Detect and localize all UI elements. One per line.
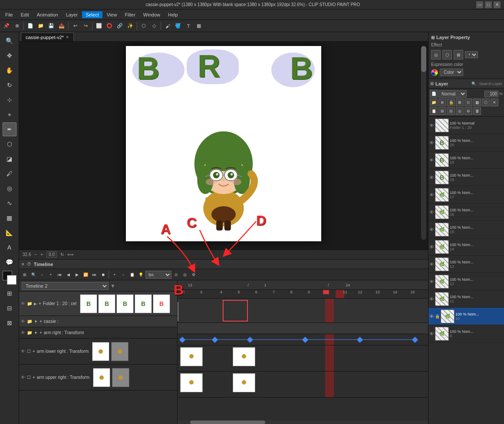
layer-eye-18[interactable]: 👁 — [429, 175, 434, 180]
toolbar-select-circle[interactable]: ⭕ — [105, 21, 114, 31]
toolbar-redo[interactable]: ↪ — [81, 21, 90, 31]
track-expand[interactable]: ▶ — [34, 302, 37, 306]
tl-prev[interactable]: ◀ — [64, 271, 72, 279]
layer-item-11[interactable]: 👁 🌿 100 % Nom... 11 — [428, 290, 504, 308]
track-arm-add[interactable]: + — [40, 330, 42, 335]
layer-btn-2[interactable]: ⊕ — [438, 99, 446, 106]
layer-btn-1[interactable]: 📁 — [430, 99, 438, 106]
tl-first[interactable]: ⏮ — [56, 271, 63, 279]
tool-zoom[interactable]: 🔍 — [3, 34, 16, 48]
layer-btn-4[interactable]: ⊠ — [456, 99, 464, 106]
menu-animation[interactable]: Animation — [33, 11, 62, 18]
layer-item-19[interactable]: 👁 B 100 % Nom... 19 — [428, 151, 504, 169]
toolbar-select-lasso[interactable]: 🔗 — [115, 21, 125, 31]
track-eye-cassie[interactable]: 👁 — [21, 319, 25, 324]
layer-item-14[interactable]: 👁 🌿 100 % Nom... 14 — [428, 238, 504, 256]
layer-eye-12[interactable]: 👁 — [429, 279, 434, 284]
menu-window[interactable]: Window — [140, 11, 164, 18]
toolbar-save[interactable]: 💾 — [46, 21, 56, 31]
tl-btn-2[interactable]: 🔍 — [30, 271, 37, 279]
layer-item-15[interactable]: 👁 🌿 100 % Nom... 15 — [428, 221, 504, 238]
layer-eye-14[interactable]: 👁 — [429, 244, 434, 250]
tool-extra1[interactable]: ⊞ — [3, 286, 16, 300]
tl-hscroll-thumb[interactable] — [190, 421, 265, 424]
tool-smudge[interactable]: ∿ — [3, 196, 16, 210]
layer-btn-13[interactable]: ⊛ — [464, 107, 472, 115]
layer-btn-5[interactable]: ⊙ — [464, 99, 472, 106]
layer-btn-7[interactable]: ⬡ — [482, 99, 490, 106]
toolbar-open[interactable]: 📁 — [36, 21, 46, 31]
layer-eye-20[interactable]: 👁 — [429, 140, 434, 145]
canvas-vscroll[interactable] — [421, 46, 426, 240]
toolbar-undo[interactable]: ↩ — [70, 21, 80, 31]
close-button[interactable]: ✕ — [494, 1, 501, 8]
tl-last[interactable]: ⏭ — [90, 271, 98, 279]
tl-add-cel[interactable]: + — [111, 271, 119, 279]
timeline-collapse[interactable]: ≡ — [22, 262, 24, 266]
layer-eye-11[interactable]: 👁 — [429, 296, 434, 302]
layer-item-10[interactable]: 👁 🔒 🌿 100 % Nom... 10 — [428, 308, 504, 325]
toolbar-brush[interactable]: 🖌 — [163, 21, 172, 31]
effect-btn-3[interactable]: ⊠ — [454, 50, 463, 59]
toolbar-pin2[interactable]: ⊕ — [12, 21, 22, 31]
track-lower-check[interactable]: ☐ — [27, 349, 31, 354]
tl-onion[interactable]: ⊙ — [172, 271, 180, 279]
track-lower-add[interactable]: + — [33, 349, 35, 354]
toolbar-select-rect[interactable]: ⬜ — [94, 21, 104, 31]
toolbar-export[interactable]: 📤 — [57, 21, 66, 31]
layer-btn-14[interactable]: 🗑 — [473, 107, 481, 115]
track-upper-check[interactable]: ☐ — [27, 375, 31, 380]
menu-help[interactable]: Help — [165, 11, 181, 18]
menu-layer[interactable]: Layer — [63, 11, 82, 18]
tool-lasso[interactable]: ⌖ — [3, 108, 16, 122]
tl-fps-select[interactable]: fps — [145, 271, 171, 279]
zoom-value-input[interactable]: 0.0 — [46, 251, 57, 258]
toolbar-fill[interactable]: 🪣 — [173, 21, 183, 31]
menu-edit[interactable]: Edit — [17, 11, 33, 18]
layer-new[interactable]: 📄 — [430, 90, 438, 98]
layer-search-btn[interactable]: 🔍 — [470, 80, 477, 87]
layer-eye-16[interactable]: 👁 — [429, 210, 434, 215]
layer-btn-10[interactable]: ⊞ — [438, 107, 446, 115]
layer-item-17[interactable]: 👁 🌿 100 % Nom... 17 — [428, 186, 504, 204]
layer-btn-11[interactable]: ⊟ — [447, 107, 455, 115]
layer-btn-3[interactable]: 🔒 — [447, 99, 455, 106]
track-add[interactable]: + — [39, 301, 41, 306]
layer-item-12[interactable]: 👁 🌿 100 % Nom... 12 — [428, 273, 504, 290]
tool-extra3[interactable]: ⊠ — [3, 316, 16, 330]
toolbar-new[interactable]: 📄 — [26, 21, 35, 31]
toolbar-gradient[interactable]: ▦ — [194, 21, 204, 31]
layer-btn-6[interactable]: ▦ — [473, 99, 481, 106]
toolbar-select-magic[interactable]: ✨ — [125, 21, 135, 31]
tl-btn-1[interactable]: ⊞ — [21, 271, 29, 279]
toolbar-transform[interactable]: ⬡ — [139, 21, 148, 31]
blend-mode-select[interactable]: Normal — [438, 90, 467, 98]
tool-rotate[interactable]: ↻ — [3, 78, 16, 92]
layer-eye-19[interactable]: 👁 — [429, 158, 434, 163]
menu-filter[interactable]: Filter — [121, 11, 138, 18]
timeline-select-arrow[interactable]: ▼ — [110, 283, 115, 289]
tab-close[interactable]: ✕ — [66, 35, 69, 39]
track-eye-upper[interactable]: 👁 — [21, 375, 25, 380]
track-cassie-expand[interactable]: ▼ — [34, 319, 38, 324]
layer-item-20[interactable]: 👁 B 100 % Nom... 20 — [428, 134, 504, 151]
menu-select[interactable]: Select — [82, 11, 102, 18]
tool-speech[interactable]: 💬 — [3, 255, 16, 269]
layer-lock-10[interactable]: 🔒 — [435, 314, 440, 319]
toolbar-free-transform[interactable]: ◇ — [149, 21, 159, 31]
toolbar-text[interactable]: T — [184, 21, 193, 31]
tool-eyedrop[interactable]: 🖋 — [3, 167, 16, 181]
tool-select[interactable]: ⊹ — [3, 93, 16, 107]
tool-ruler[interactable]: 📐 — [3, 226, 16, 240]
track-cassie-add[interactable]: + — [40, 319, 42, 324]
track-upper-add[interactable]: + — [33, 375, 35, 380]
timeline-select[interactable]: Timeline 2 — [22, 282, 109, 290]
effect-select[interactable]: ▼ — [465, 51, 478, 58]
menu-view[interactable]: View — [103, 11, 121, 18]
tl-zoom-in[interactable]: + — [47, 271, 55, 279]
layer-item-folder[interactable]: 👁 100 % Normal Folder 1 : 20 — [428, 117, 504, 134]
tool-blend[interactable]: ◎ — [3, 181, 16, 195]
tool-move[interactable]: ✥ — [3, 49, 16, 62]
layer-eye-15[interactable]: 👁 — [429, 227, 434, 232]
color-swatches[interactable] — [3, 271, 16, 285]
